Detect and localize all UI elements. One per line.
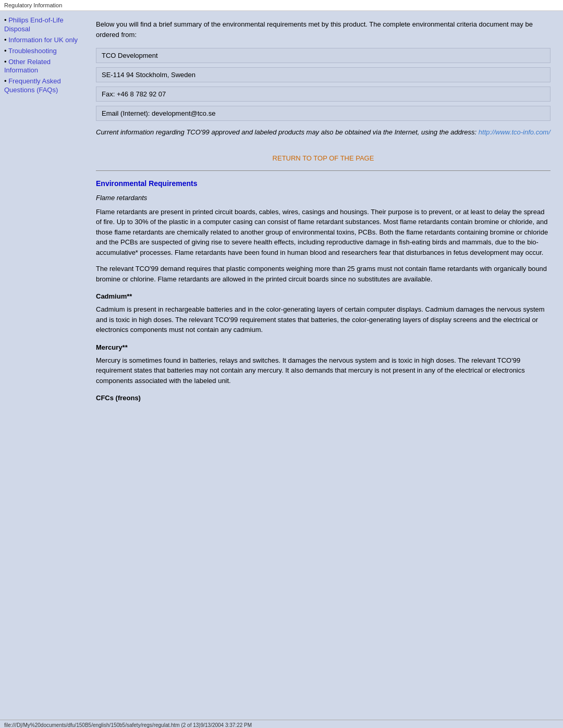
return-to-top-container: RETURN TO TOP OF THE PAGE xyxy=(96,154,550,162)
address-line-4: Email (Internet): development@tco.se xyxy=(102,109,215,117)
sidebar-item-troubleshooting[interactable]: Troubleshooting xyxy=(4,47,79,56)
sidebar-link-other[interactable]: Other Related Information xyxy=(4,58,51,75)
sidebar-item-other[interactable]: Other Related Information xyxy=(4,58,79,76)
flame-heading: Flame retardants xyxy=(96,194,550,202)
cfcs-heading: CFCs (freons) xyxy=(96,394,550,402)
address-tco-development: TCO Development xyxy=(96,48,550,63)
address-line-2: SE-114 94 Stockholm, Sweden xyxy=(102,71,195,79)
tco-info-link[interactable]: http://www.tco-info.com/ xyxy=(479,128,550,136)
status-bar: file:///D|/My%20documents/dfu/150B5/engl… xyxy=(0,720,563,728)
mercury-heading: Mercury** xyxy=(96,343,550,351)
sidebar-link-faqs[interactable]: Frequently Asked Questions (FAQs) xyxy=(4,77,61,94)
sidebar-link-uk[interactable]: Information for UK only xyxy=(8,36,78,44)
address-fax: Fax: +46 8 782 92 07 xyxy=(96,87,550,102)
sidebar-item-philips[interactable]: Philips End-of-Life Disposal xyxy=(4,16,79,34)
sidebar-link-troubleshooting[interactable]: Troubleshooting xyxy=(8,47,57,55)
top-bar-title: Regulatory Information xyxy=(4,2,62,8)
cadmium-body: Cadmium is present in rechargeable batte… xyxy=(96,304,550,335)
address-line-3: Fax: +46 8 782 92 07 xyxy=(102,90,166,98)
italic-notice: Current information regarding TCO'99 app… xyxy=(96,127,550,138)
sidebar-item-faqs[interactable]: Frequently Asked Questions (FAQs) xyxy=(4,77,79,95)
mercury-body: Mercury is sometimes found in batteries,… xyxy=(96,355,550,386)
address-email: Email (Internet): development@tco.se xyxy=(96,106,550,121)
env-section-title: Environmental Requirements xyxy=(96,179,550,188)
environmental-section: Environmental Requirements Flame retarda… xyxy=(96,179,550,402)
return-to-top-link[interactable]: RETURN TO TOP OF THE PAGE xyxy=(273,154,374,162)
italic-text: Current information regarding TCO'99 app… xyxy=(96,128,479,136)
address-line-1: TCO Development xyxy=(102,52,158,59)
sidebar-link-philips[interactable]: Philips End-of-Life Disposal xyxy=(4,16,64,33)
section-divider xyxy=(96,170,550,171)
top-bar: Regulatory Information xyxy=(0,0,563,11)
intro-paragraph: Below you will find a brief summary of t… xyxy=(96,19,550,40)
flame-body-1: Flame retardants are present in printed … xyxy=(96,207,550,258)
status-bar-text: file:///D|/My%20documents/dfu/150B5/engl… xyxy=(4,722,252,728)
flame-body-2: The relevant TCO'99 demand requires that… xyxy=(96,264,550,284)
address-stockholm: SE-114 94 Stockholm, Sweden xyxy=(96,67,550,82)
sidebar: Philips End-of-Life Disposal Information… xyxy=(0,11,83,720)
cadmium-heading: Cadmium** xyxy=(96,292,550,300)
sidebar-item-uk[interactable]: Information for UK only xyxy=(4,36,79,45)
sidebar-nav: Philips End-of-Life Disposal Information… xyxy=(4,16,79,95)
main-content: Below you will find a brief summary of t… xyxy=(83,11,563,720)
